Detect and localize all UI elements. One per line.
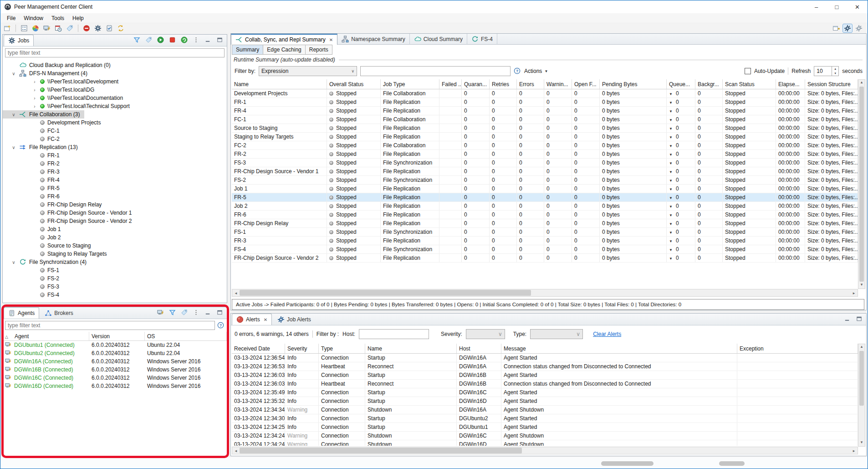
filter-expression-input[interactable] bbox=[360, 66, 511, 76]
subtab-summary[interactable]: Summary bbox=[232, 45, 263, 55]
column-header[interactable]: Received Date bbox=[232, 344, 285, 353]
scroll-thumb[interactable] bbox=[240, 290, 531, 296]
column-header[interactable]: Pending Bytes bbox=[600, 79, 667, 89]
alert-row[interactable]: 03-13-2024 12:34:34WarningConnectionShut… bbox=[232, 406, 858, 414]
filter-type-select[interactable]: Expression ∨ bbox=[259, 66, 357, 76]
tab-job-alerts[interactable]: Job Alerts bbox=[273, 314, 316, 325]
tree-chevron-icon[interactable]: › bbox=[32, 104, 37, 109]
job-summary-row[interactable]: FR-Chip Design RelayStoppedFile Replicat… bbox=[232, 219, 858, 228]
job-summary-row[interactable]: FR-3StoppedFile Replication000000 bytes▼… bbox=[232, 237, 858, 245]
agent-row[interactable]: DGWin16D (Connected)6.0.0.20240312Window… bbox=[3, 382, 227, 390]
agent-row[interactable]: DGUbuntu1 (Connected)6.0.0.20240312Ubunt… bbox=[3, 341, 227, 349]
column-header[interactable]: Open F... bbox=[572, 79, 600, 89]
scroll-right-arrow[interactable]: ▸ bbox=[850, 448, 858, 453]
tree-item[interactable]: FR-1 bbox=[3, 151, 64, 160]
minimize-button[interactable] bbox=[842, 314, 853, 324]
column-header[interactable]: Job Type bbox=[381, 79, 439, 89]
tree-item[interactable]: ›\\PeerTest.local\Technical Support bbox=[3, 102, 134, 110]
tree-item[interactable]: ∨File Synchronization (4) bbox=[3, 258, 91, 266]
bottom-scroll-thumb[interactable] bbox=[719, 461, 745, 466]
summary-horizontal-scrollbar[interactable]: ◂ ▸ bbox=[232, 289, 858, 297]
tree-item[interactable]: ∨File Replication (13) bbox=[3, 143, 82, 151]
tree-item[interactable]: ›\\PeerTest.local\Development bbox=[3, 77, 123, 86]
job-summary-row[interactable]: FC-1StoppedFile Collaboration000000 byte… bbox=[232, 115, 858, 124]
menu-window[interactable]: Window bbox=[20, 14, 47, 22]
job-summary-row[interactable]: FR-4StoppedFile Replication000000 bytes▼… bbox=[232, 107, 858, 115]
tree-item[interactable]: Cloud Backup and Replication (0) bbox=[3, 61, 115, 69]
subtab-reports[interactable]: Reports bbox=[306, 45, 332, 55]
job-summary-row[interactable]: FR-5StoppedFile Replication000000 bytes▼… bbox=[232, 193, 858, 202]
job-summary-row[interactable]: FR-2StoppedFile Replication000000 bytes▼… bbox=[232, 150, 858, 159]
other-perspective-button[interactable] bbox=[854, 24, 864, 33]
job-summary-row[interactable]: FR-Chip Design Source - Vendor 2StoppedF… bbox=[232, 254, 858, 263]
tab-brokers[interactable]: Brokers bbox=[40, 307, 77, 319]
agent-row[interactable]: DGWin16C (Connected)6.0.0.20240312Window… bbox=[3, 374, 227, 382]
tag-button[interactable] bbox=[65, 24, 75, 33]
queue-dropdown-icon[interactable]: ▼ bbox=[669, 101, 673, 105]
tree-item[interactable]: Staging to Relay Targets bbox=[3, 250, 112, 258]
job-summary-row[interactable]: FR-Chip Design Source - Vendor 1StoppedF… bbox=[232, 167, 858, 176]
jobs-tab[interactable]: Jobs bbox=[4, 35, 34, 46]
help-icon[interactable]: ? bbox=[217, 322, 225, 329]
alert-row[interactable]: 03-13-2024 12:34:30InfoConnectionStartup… bbox=[232, 414, 858, 423]
queue-dropdown-icon[interactable]: ▼ bbox=[669, 239, 673, 243]
queue-dropdown-icon[interactable]: ▼ bbox=[669, 135, 673, 139]
column-header[interactable]: Severity bbox=[285, 344, 319, 353]
job-summary-row[interactable]: FR-6StoppedFile Replication000000 bytes▼… bbox=[232, 211, 858, 219]
tree-item[interactable]: ›\\PeerTest.local\Documentation bbox=[3, 94, 128, 102]
tasks-clipboard-button[interactable] bbox=[104, 24, 114, 33]
column-header[interactable]: Retries bbox=[490, 79, 517, 89]
close-tab-icon[interactable]: ✕ bbox=[329, 37, 333, 42]
alert-row[interactable]: 03-13-2024 12:35:32InfoConnectionStartup… bbox=[232, 397, 858, 406]
tree-item[interactable]: FS-2 bbox=[3, 274, 64, 283]
tree-chevron-icon[interactable]: › bbox=[32, 96, 37, 101]
subtab-edge-caching[interactable]: Edge Caching bbox=[263, 45, 305, 55]
spinner-arrows[interactable]: ▲▼ bbox=[832, 67, 838, 76]
alert-row[interactable]: 03-13-2024 12:36:03InfoConnectionStartup… bbox=[232, 371, 858, 380]
funnel-button[interactable] bbox=[168, 308, 178, 317]
refresh-spinner[interactable]: 10 ▲▼ bbox=[814, 66, 839, 76]
tree-item[interactable]: FS-3 bbox=[3, 283, 64, 291]
tree-chevron-icon[interactable]: ∨ bbox=[11, 145, 16, 150]
queue-dropdown-icon[interactable]: ▼ bbox=[669, 231, 673, 235]
column-header[interactable]: Exception bbox=[737, 344, 858, 353]
scroll-left-arrow[interactable]: ◂ bbox=[232, 448, 240, 453]
alert-row[interactable]: 03-13-2024 12:34:25InfoConnectionStartup… bbox=[232, 423, 858, 432]
column-header-agent[interactable]: △Agent bbox=[3, 332, 89, 340]
tree-chevron-icon[interactable]: ∨ bbox=[11, 260, 16, 265]
tree-item[interactable]: FR-5 bbox=[3, 184, 64, 192]
queue-dropdown-icon[interactable]: ▼ bbox=[669, 179, 673, 183]
job-summary-row[interactable]: Development ProjectsStoppedFile Collabor… bbox=[232, 89, 858, 98]
tree-item[interactable]: FR-Chip Design Relay bbox=[3, 201, 106, 209]
close-window-button[interactable]: ✕ bbox=[847, 0, 868, 13]
column-header[interactable]: Elapse... bbox=[776, 79, 805, 89]
minimize-window-button[interactable]: – bbox=[806, 0, 827, 13]
restart-job-button[interactable] bbox=[179, 36, 189, 45]
agent-row[interactable]: DGWin16A (Connected)6.0.0.20240312Window… bbox=[3, 357, 227, 366]
tree-item[interactable]: FR-3 bbox=[3, 168, 64, 176]
scroll-thumb[interactable] bbox=[859, 351, 864, 406]
column-header[interactable]: Warnin... bbox=[544, 79, 572, 89]
alerts-vertical-scrollbar[interactable]: ▴ ▾ bbox=[858, 344, 865, 447]
tab-alerts[interactable]: Alerts✕ bbox=[232, 314, 272, 325]
queue-dropdown-icon[interactable]: ▼ bbox=[669, 153, 673, 157]
job-summary-row[interactable]: FS-4StoppedFile Synchronization000000 by… bbox=[232, 245, 858, 254]
auto-update-checkbox[interactable] bbox=[745, 68, 751, 74]
queue-dropdown-icon[interactable]: ▼ bbox=[669, 187, 673, 191]
column-header[interactable]: Scan Status bbox=[723, 79, 776, 89]
column-header[interactable]: Overall Status bbox=[327, 79, 381, 89]
tree-item[interactable]: FS-4 bbox=[3, 291, 64, 299]
column-header[interactable]: Quaran... bbox=[462, 79, 490, 89]
agent-computer-button[interactable] bbox=[42, 24, 52, 33]
scroll-down-arrow[interactable]: ▾ bbox=[858, 282, 865, 289]
close-tab-icon[interactable]: ✕ bbox=[264, 317, 267, 322]
view-menu-button[interactable] bbox=[191, 308, 201, 317]
stop-all-button[interactable] bbox=[82, 24, 92, 33]
column-header-version[interactable]: Version bbox=[89, 332, 145, 340]
alert-row[interactable]: 03-13-2024 12:35:49InfoConnectionStartup… bbox=[232, 388, 858, 397]
scroll-thumb[interactable] bbox=[859, 87, 864, 282]
column-header[interactable]: Message bbox=[501, 344, 737, 353]
tree-item[interactable]: Source to Staging bbox=[3, 242, 95, 250]
queue-dropdown-icon[interactable]: ▼ bbox=[669, 118, 673, 122]
tree-item[interactable]: Development Projects bbox=[3, 119, 105, 127]
